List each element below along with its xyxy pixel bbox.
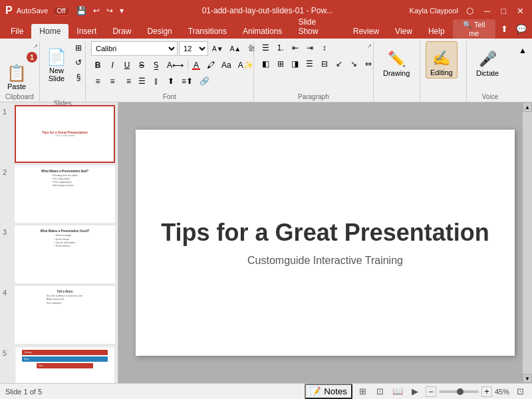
align-right-button[interactable]: ≡ [120, 74, 134, 88]
maximize-button[interactable]: □ [498, 5, 509, 17]
font-family-select[interactable]: Calibri [91, 41, 178, 56]
new-slide-label: NewSlide [49, 66, 65, 82]
text-effect-button[interactable]: A✨ [235, 59, 256, 72]
fit-slide-button[interactable]: ⊡ [513, 386, 527, 398]
slide-item-5[interactable]: 5 Opening Body Close [3, 346, 115, 383]
rtl-button[interactable]: ↙ [332, 57, 346, 70]
zoom-slider[interactable] [439, 390, 479, 393]
clipboard-expand-icon[interactable]: ↗ [33, 43, 38, 50]
close-button[interactable]: ✕ [514, 5, 527, 17]
strikethrough-button[interactable]: S [135, 59, 148, 72]
slide-thumb-1[interactable]: Tips for a Great Presentation Click to a… [15, 105, 115, 163]
para-align-left[interactable]: ◧ [259, 57, 273, 70]
font-size-select[interactable]: 12 [179, 41, 208, 56]
justify-button[interactable]: ☰ [135, 74, 148, 88]
tab-help[interactable]: Help [420, 24, 453, 39]
tab-animations[interactable]: Animations [235, 24, 290, 39]
redo-button[interactable]: ↪ [104, 5, 115, 16]
slide-thumb-3[interactable]: What Makes a Presentation Good? • Clear … [15, 225, 115, 283]
zoom-in-button[interactable]: + [481, 386, 492, 397]
para-align-right[interactable]: ◨ [289, 57, 302, 70]
undo-button[interactable]: ↩ [91, 5, 102, 16]
increase-indent-button[interactable]: ⇥ [303, 41, 317, 55]
tab-review[interactable]: Review [345, 24, 387, 39]
notes-button[interactable]: 📝 Notes [305, 384, 352, 399]
normal-view-button[interactable]: ⊞ [356, 386, 370, 398]
col-button[interactable]: ⊟ [318, 57, 331, 70]
char-spacing-button[interactable]: A⟷ [164, 59, 186, 72]
columns-button[interactable]: ⫿ [150, 74, 163, 88]
scroll-up-button[interactable]: ▲ [523, 102, 532, 112]
quick-access-more-button[interactable]: ▾ [118, 5, 126, 16]
slide-canvas: Tips for a Great Presentation Customguid… [136, 130, 515, 356]
smartart-button[interactable]: 🔗 [197, 74, 212, 88]
font-group: Calibri 12 A▼ A▲ ⎚ B I U S S̲ A⟷ A 🖍 Aa [86, 41, 254, 102]
slide-layout-button[interactable]: ⊞ [72, 41, 85, 55]
paste-label: Paste [7, 82, 26, 90]
convert-button[interactable]: ⇔ [362, 57, 375, 70]
text-case-button[interactable]: Aa [219, 59, 234, 72]
scroll-thumb[interactable] [523, 112, 532, 374]
minimize-button[interactable]: ─ [481, 5, 493, 17]
slide-thumb-4[interactable]: Tell a Story Give the audience a reason … [15, 286, 115, 344]
para-align-center[interactable]: ⊞ [274, 57, 287, 70]
slide-item-2[interactable]: 2 What Makes a Presentation Bad? • Readi… [3, 166, 115, 223]
tab-view[interactable]: View [387, 24, 420, 39]
slide-thumb-5[interactable]: Opening Body Close [15, 346, 115, 383]
slide-item-3[interactable]: 3 What Makes a Presentation Good? • Clea… [3, 225, 115, 283]
para-expand-icon[interactable]: ↗ [366, 43, 372, 50]
slide-sorter-button[interactable]: ⊡ [374, 386, 387, 398]
numbering-button[interactable]: 1. [274, 41, 287, 55]
slide-item-4[interactable]: 4 Tell a Story Give the audience a reaso… [3, 286, 115, 344]
tab-draw[interactable]: Draw [104, 24, 139, 39]
tab-design[interactable]: Design [139, 24, 180, 39]
quick-access-toolbar: 💾 ↩ ↪ ▾ [74, 5, 126, 16]
ltr-button[interactable]: ↘ [347, 57, 360, 70]
font-size-increase-button[interactable]: A▲ [227, 42, 244, 55]
drawing-button[interactable]: ✏️ Drawing [379, 41, 414, 78]
font-color-button[interactable]: A [190, 59, 203, 72]
ribbon-display-options[interactable]: ⬡ [464, 5, 476, 17]
comments-button[interactable]: 💬 [513, 23, 529, 35]
align-center-button[interactable]: ≡ [106, 74, 119, 88]
slide-thumb-2[interactable]: What Makes a Presentation Bad? • Reading… [15, 166, 115, 223]
dictate-button[interactable]: 🎤 Dictate [472, 41, 503, 78]
font-size-decrease-button[interactable]: A▼ [209, 42, 226, 55]
slideshow-button[interactable]: ▶ [408, 386, 422, 398]
slide-reset-button[interactable]: ↺ [72, 56, 85, 69]
align-left-button[interactable]: ≡ [91, 74, 104, 88]
voice-group-label: Voice [472, 92, 508, 102]
reading-view-button[interactable]: 📖 [391, 386, 404, 398]
slide-number-2: 2 [3, 168, 12, 176]
text-direction-button[interactable]: ⬆ [164, 74, 178, 88]
italic-button[interactable]: I [106, 59, 119, 72]
decrease-indent-button[interactable]: ⇤ [289, 41, 302, 55]
share-button[interactable]: ⬆ [498, 23, 511, 35]
tab-transitions[interactable]: Transitions [180, 24, 235, 39]
autosave-toggle[interactable]: Off [52, 6, 70, 16]
font-expand-icon[interactable]: ↗ [247, 43, 252, 50]
tab-slideshow[interactable]: Slide Show [290, 15, 344, 39]
para-spacing-button[interactable]: ↕ [318, 41, 331, 55]
justify-full[interactable]: ☰ [303, 57, 317, 70]
tab-file[interactable]: File [3, 24, 31, 39]
tab-insert[interactable]: Insert [68, 24, 104, 39]
slide-item-1[interactable]: 1 Tips for a Great Presentation Click to… [3, 105, 115, 163]
text-highlight-button[interactable]: 🖍 [204, 59, 217, 72]
save-button[interactable]: 💾 [74, 5, 88, 16]
bullets-button[interactable]: ☰ [259, 41, 273, 55]
paste-button[interactable]: 📋 Paste 1 [3, 49, 31, 92]
zoom-out-button[interactable]: − [426, 386, 436, 397]
collapse-ribbon-button[interactable]: ▲ [516, 44, 529, 57]
shadow-button[interactable]: S̲ [150, 59, 163, 72]
underline-button[interactable]: U [120, 59, 134, 72]
align-text-button[interactable]: ≡⬆ [179, 74, 196, 88]
scroll-down-button[interactable]: ▼ [523, 374, 532, 383]
notes-label: Notes [324, 386, 347, 396]
new-slide-button[interactable]: 📄 NewSlide [43, 41, 70, 84]
bold-button[interactable]: B [91, 59, 104, 72]
tab-home[interactable]: Home [31, 24, 68, 39]
search-button[interactable]: 🔍 Tell me [453, 19, 495, 39]
editing-button[interactable]: ✍️ Editing [426, 41, 458, 78]
slide-section-button[interactable]: § [72, 70, 85, 84]
